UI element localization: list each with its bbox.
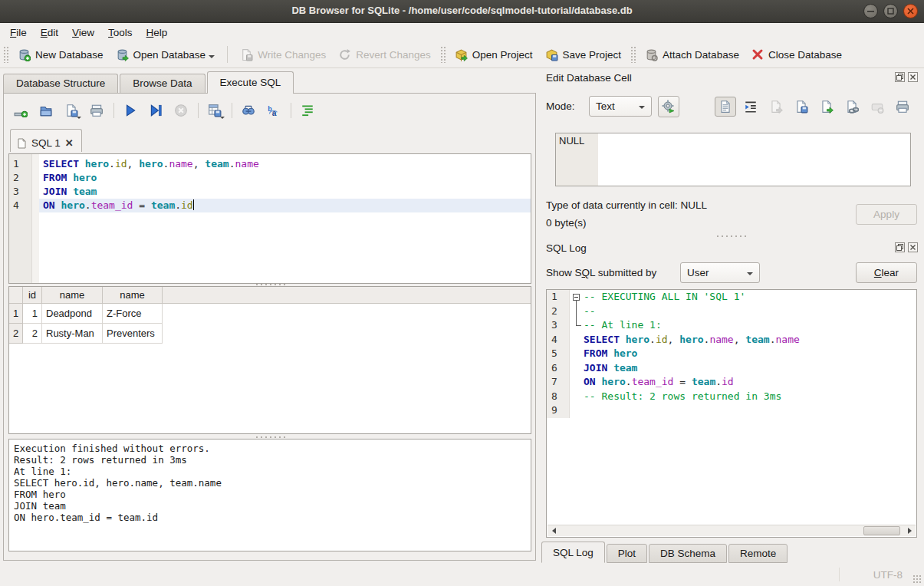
tab-browse-data[interactable]: Browse Data [120, 74, 205, 94]
row-header[interactable]: 1 [9, 304, 23, 324]
close-database-button[interactable]: Close Database [745, 45, 848, 64]
table-cell[interactable]: 1 [23, 304, 42, 324]
results-column-header[interactable]: name [103, 287, 163, 303]
new-database-button[interactable]: New Database [12, 45, 110, 64]
sql-document-tab[interactable]: SQL 1 ✕ [10, 129, 82, 152]
scroll-right-button[interactable] [903, 525, 916, 536]
dock-tab-sql-log[interactable]: SQL Log [541, 542, 605, 563]
results-corner-header[interactable] [9, 287, 23, 303]
tab-database-structure[interactable]: Database Structure [3, 74, 118, 94]
scroll-left-button[interactable] [547, 525, 560, 536]
print-cell-button[interactable] [892, 97, 913, 117]
results-column-header[interactable]: id [23, 287, 42, 303]
new-sql-tab-button[interactable] [10, 100, 31, 120]
encoding-indicator[interactable]: UTF-8 [873, 569, 903, 581]
toolbar-handle[interactable] [440, 46, 446, 63]
line-number: 9 [547, 403, 570, 418]
stop-execution-button[interactable] [170, 100, 192, 120]
toolbar-handle[interactable] [630, 46, 636, 63]
scrollbar-thumb[interactable] [863, 526, 900, 535]
attach-database-button[interactable]: Attach Database [639, 45, 745, 64]
results-grid[interactable]: idnamename 11DeadpondZ-Force22Rusty-ManP… [8, 286, 531, 434]
resize-grip[interactable] [912, 574, 922, 584]
find-replace-button[interactable]: ba [263, 100, 284, 120]
minimize-button[interactable] [863, 4, 878, 18]
save-project-button[interactable]: Save Project [539, 45, 628, 64]
open-database-icon [116, 48, 129, 61]
menu-edit[interactable]: Edit [34, 25, 65, 40]
results-column-header[interactable]: name [42, 287, 103, 303]
dock-tab-remote[interactable]: Remote [728, 544, 788, 563]
titlebar[interactable]: DB Browser for SQLite - /home/user/code/… [0, 0, 924, 23]
doc-text-icon [718, 100, 732, 114]
cell-value-editor[interactable]: NULL [555, 133, 911, 186]
edit-cell-dock-buttons [895, 72, 918, 82]
menu-file[interactable]: File [3, 25, 34, 40]
sql-log-lines: 1-- EXECUTING ALL IN 'SQL 1'2--3-- At li… [547, 290, 916, 418]
open-project-button[interactable]: Open Project [449, 45, 539, 64]
cell-null-value: NULL [556, 133, 598, 186]
revert-changes-button[interactable]: Revert Changes [332, 45, 437, 64]
row-header[interactable]: 2 [9, 324, 23, 344]
export-data-button[interactable] [816, 97, 837, 117]
dropdown-caret-icon[interactable] [220, 117, 225, 119]
close-dock-button[interactable] [908, 72, 918, 82]
menu-tools[interactable]: Tools [101, 25, 140, 40]
scrollbar-track[interactable] [560, 525, 903, 536]
mode-combobox[interactable]: Text [589, 96, 652, 117]
import-data-button[interactable] [765, 97, 787, 117]
sql-editor[interactable]: 1234 SELECT hero.id, hero.name, team.nam… [8, 153, 531, 284]
close-tab-icon[interactable]: ✕ [65, 137, 74, 149]
log-horizontal-scrollbar[interactable] [547, 525, 916, 536]
table-cell[interactable]: 2 [23, 324, 42, 344]
open-sql-file-button[interactable] [35, 100, 57, 120]
fold-margin [570, 403, 584, 418]
revert-changes-icon [338, 48, 351, 61]
fold-margin [570, 347, 584, 361]
menu-view[interactable]: View [65, 25, 101, 40]
execute-all-button[interactable] [120, 100, 141, 120]
save-sql-file-button[interactable] [61, 100, 82, 120]
dropdown-caret-icon[interactable] [209, 55, 215, 58]
fold-marker [570, 305, 584, 319]
dock-tab-db-schema[interactable]: DB Schema [649, 544, 727, 563]
menu-help[interactable]: Help [140, 25, 175, 40]
text-mode-doc-button[interactable] [715, 97, 736, 117]
float-log-button[interactable] [895, 242, 905, 252]
save-results-button[interactable] [204, 100, 225, 120]
save-sql-icon [64, 104, 78, 117]
auto-format-button[interactable] [297, 100, 318, 120]
log-filter-combobox[interactable]: User [680, 262, 760, 283]
tab-execute-sql[interactable]: Execute SQL [207, 71, 294, 94]
editor-code-area[interactable]: SELECT hero.id, hero.name, team.nameFROM… [39, 154, 531, 283]
fold-marker[interactable] [570, 290, 584, 305]
message-line: At line 1: [14, 466, 531, 477]
close-button[interactable] [903, 4, 918, 18]
find-button[interactable] [238, 100, 259, 120]
word-wrap-button[interactable] [740, 97, 761, 117]
set-null-button[interactable] [866, 97, 888, 117]
close-log-button[interactable] [908, 242, 918, 252]
dropdown-caret-icon[interactable] [77, 117, 81, 119]
dock-tab-plot[interactable]: Plot [607, 544, 647, 563]
sql-log-view[interactable]: 1-- EXECUTING ALL IN 'SQL 1'2--3-- At li… [546, 289, 917, 538]
set-null-icon [870, 100, 884, 114]
open-database-button[interactable]: Open Database [110, 45, 222, 64]
float-dock-button[interactable] [895, 72, 905, 82]
clear-log-button[interactable]: Clear [856, 262, 917, 283]
table-cell[interactable]: Preventers [103, 324, 163, 344]
print-sql-button[interactable] [86, 100, 107, 120]
auto-apply-button[interactable] [658, 96, 679, 117]
dock-splitter[interactable] [541, 234, 921, 239]
save-as-button[interactable] [791, 97, 812, 117]
table-cell[interactable]: Rusty-Man [42, 324, 103, 344]
table-cell[interactable]: Deadpond [42, 304, 103, 324]
write-changes-button[interactable]: Write Changes [234, 45, 332, 64]
maximize-button[interactable] [883, 4, 898, 18]
toolbar-handle[interactable] [3, 46, 8, 63]
execution-message-area[interactable]: Execution finished without errors.Result… [8, 439, 531, 551]
execute-current-line-button[interactable] [145, 100, 166, 120]
apply-button[interactable]: Apply [856, 204, 917, 225]
table-cell[interactable]: Z-Force [103, 304, 163, 324]
open-in-external-button[interactable] [841, 97, 863, 117]
